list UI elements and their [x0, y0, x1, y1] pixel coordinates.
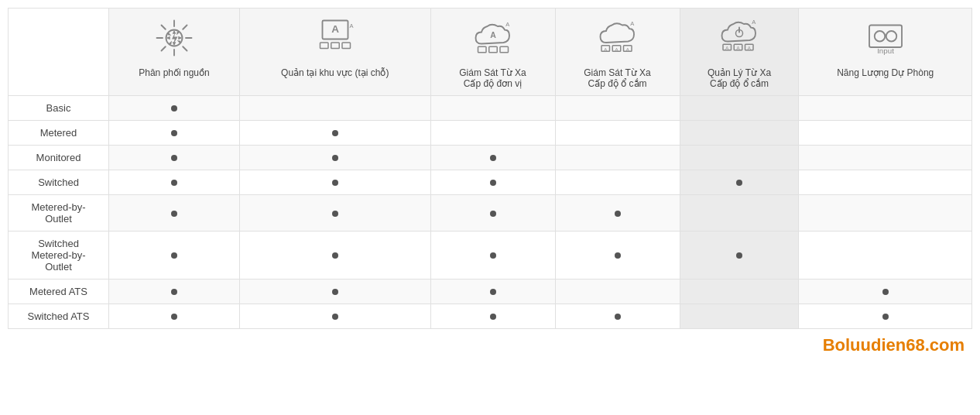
header-nang-luong-du-phong: Input Năng Lượng Dự Phòng	[799, 9, 972, 96]
row-cell	[430, 304, 555, 329]
row-cell	[239, 146, 430, 170]
row-cell	[555, 232, 680, 280]
feature-dot	[490, 155, 496, 161]
row-label: Basic	[9, 96, 109, 121]
header-label-quan-ly-xa-o-cam: Quản Lý Từ Xa Cấp độ ổ cắm	[708, 67, 771, 89]
row-cell	[109, 232, 240, 280]
row-label: Switched ATS	[9, 304, 109, 329]
svg-text:Input: Input	[877, 46, 894, 55]
row-cell	[799, 232, 972, 280]
row-cell	[430, 146, 555, 170]
feature-dot	[171, 252, 177, 259]
feature-dot	[490, 180, 496, 186]
row-label: Metered	[9, 121, 109, 146]
row-cell	[239, 96, 430, 121]
svg-text:A: A	[604, 47, 607, 52]
feature-dot	[171, 155, 177, 161]
header-label-giam-sat-xa-o-cam: Giám Sát Từ Xa Cấp độ ổ cắm	[584, 67, 650, 89]
table-row: Switched Metered-by- Outlet	[9, 232, 972, 280]
row-cell	[109, 304, 240, 329]
feature-dot	[332, 314, 338, 320]
row-cell	[799, 96, 972, 121]
svg-point-46	[874, 31, 885, 42]
row-cell	[109, 96, 240, 121]
feature-dot	[882, 314, 889, 320]
header-quan-tai-khu-vuc: A A Quản tại khu vực (tại chỗ)	[239, 9, 430, 96]
header-label-quan-tai-khu-vuc: Quản tại khu vực (tại chỗ)	[281, 67, 389, 78]
row-cell	[799, 146, 972, 170]
svg-text:A: A	[630, 20, 634, 27]
row-label: Metered-by- Outlet	[9, 195, 109, 232]
table-wrapper: Phân phối nguồn A A	[0, 0, 980, 329]
header-giam-sat-xa-don-vi: A A Giám Sát Từ Xa Cấp độ đơn vị	[430, 9, 555, 96]
svg-text:A: A	[331, 23, 339, 35]
feature-dot	[171, 130, 177, 136]
row-cell	[555, 96, 680, 121]
feature-dot	[615, 252, 621, 259]
table-row: Switched	[9, 170, 972, 195]
row-cell	[680, 146, 799, 170]
row-cell	[799, 280, 972, 304]
row-cell	[239, 232, 430, 280]
feature-dot	[171, 289, 177, 295]
svg-text:A: A	[736, 46, 739, 50]
row-cell	[799, 121, 972, 146]
row-cell	[109, 280, 240, 304]
svg-line-13	[161, 26, 165, 29]
row-label: Monitored	[9, 146, 109, 170]
svg-rect-23	[342, 43, 351, 49]
feature-dot	[171, 211, 177, 217]
feature-dot	[332, 155, 338, 161]
feature-dot	[615, 314, 621, 320]
table-row: Monitored	[9, 146, 972, 170]
feature-dot	[882, 289, 889, 295]
feature-dot	[332, 211, 338, 217]
row-cell	[430, 195, 555, 232]
feature-dot	[490, 314, 496, 320]
feature-dot	[490, 211, 496, 217]
svg-text:A: A	[349, 22, 353, 29]
header-empty	[9, 9, 109, 96]
row-cell	[239, 121, 430, 146]
header-phan-phoi-nguon: Phân phối nguồn	[109, 9, 240, 96]
row-label: Switched	[9, 170, 109, 195]
feature-dot	[490, 289, 496, 295]
feature-dot	[736, 252, 742, 259]
row-cell	[555, 170, 680, 195]
row-cell	[239, 280, 430, 304]
row-cell	[430, 121, 555, 146]
row-cell	[555, 304, 680, 329]
svg-line-16	[161, 46, 165, 50]
feature-dot	[171, 105, 177, 111]
table-row: Metered ATS	[9, 280, 972, 304]
feature-dot	[332, 289, 338, 295]
svg-rect-21	[320, 43, 328, 49]
row-cell	[680, 232, 799, 280]
row-cell	[239, 195, 430, 232]
row-cell	[555, 121, 680, 146]
svg-rect-26	[500, 46, 509, 53]
feature-dot	[615, 211, 621, 217]
svg-marker-6	[177, 40, 181, 44]
row-cell	[680, 121, 799, 146]
feature-dot	[332, 180, 338, 186]
svg-text:A: A	[725, 46, 728, 50]
row-cell	[555, 195, 680, 232]
row-cell	[680, 280, 799, 304]
row-cell	[680, 304, 799, 329]
svg-text:A: A	[505, 21, 509, 28]
svg-line-14	[183, 46, 187, 50]
row-cell	[109, 121, 240, 146]
svg-text:A: A	[748, 46, 751, 50]
feature-dot	[736, 180, 742, 186]
svg-point-47	[886, 31, 896, 42]
svg-text:A: A	[752, 19, 756, 26]
row-cell	[109, 195, 240, 232]
row-cell	[430, 232, 555, 280]
svg-marker-5	[168, 32, 172, 36]
row-label: Metered ATS	[9, 280, 109, 304]
comparison-table: Phân phối nguồn A A	[8, 8, 972, 329]
svg-rect-22	[331, 43, 339, 49]
svg-text:A: A	[615, 47, 618, 52]
svg-marker-8	[168, 41, 172, 45]
